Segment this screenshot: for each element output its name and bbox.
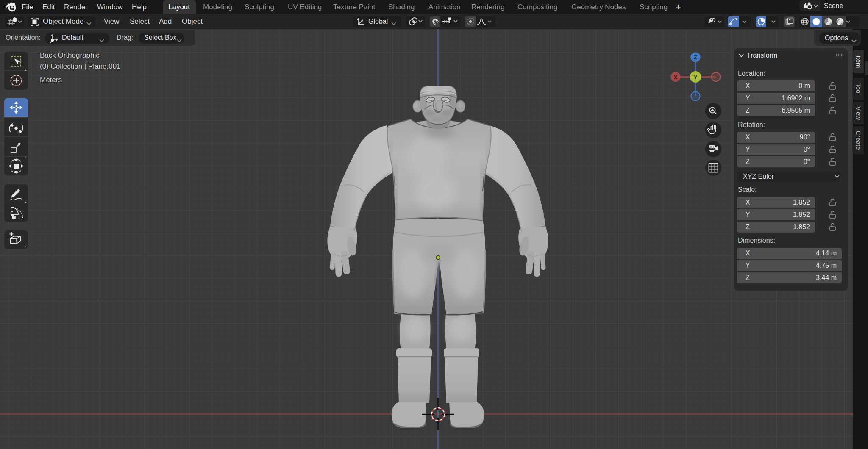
svg-text:X: X xyxy=(674,74,678,80)
svg-text:Z: Z xyxy=(694,54,697,61)
svg-text:Y: Y xyxy=(693,74,697,80)
